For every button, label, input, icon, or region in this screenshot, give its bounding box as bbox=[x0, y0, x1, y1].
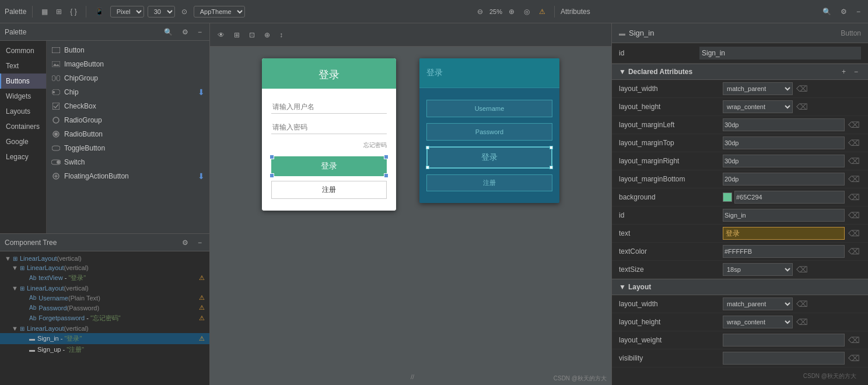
category-text[interactable]: Text bbox=[0, 58, 46, 74]
component-tree-title: Component Tree bbox=[5, 239, 57, 247]
tree-item-et3[interactable]: ▶ Ab Forgetpassword - "忘记密码" ⚠ bbox=[0, 313, 209, 324]
phone-register-btn[interactable]: 注册 bbox=[271, 181, 387, 199]
category-common[interactable]: Common bbox=[0, 43, 46, 58]
toolbar-zoom-out[interactable]: ⊖ bbox=[474, 6, 486, 18]
attr-lh2-dropdown[interactable]: wrap_content bbox=[723, 316, 793, 328]
attr-visibility-reset[interactable]: ⌫ bbox=[847, 354, 861, 363]
attr-mr-input[interactable] bbox=[723, 155, 845, 167]
tree-icon-ll3: ⊞ bbox=[20, 285, 24, 292]
toolbar-warning[interactable]: ⚠ bbox=[536, 6, 548, 18]
toolbar-code-view[interactable]: { } bbox=[67, 6, 79, 18]
attr-lw-dropdown[interactable]: match_parent bbox=[723, 82, 793, 95]
tree-settings-btn[interactable]: ⚙ bbox=[179, 237, 191, 249]
palette-item-radiogroup[interactable]: RadioGroup bbox=[47, 113, 209, 127]
phone-username-input[interactable] bbox=[271, 100, 387, 114]
design-eye-btn[interactable]: 👁 bbox=[215, 29, 228, 41]
attr-add-btn[interactable]: + bbox=[839, 66, 849, 78]
palette-search-btn[interactable]: 🔍 bbox=[161, 26, 176, 38]
palette-item-imagebutton[interactable]: ImageButton bbox=[47, 57, 209, 71]
palette-item-chipgroup[interactable]: ChipGroup bbox=[47, 71, 209, 85]
attr-id-field[interactable] bbox=[723, 209, 845, 222]
toolbar-design-view[interactable]: ▦ bbox=[38, 6, 51, 18]
theme-select[interactable]: AppTheme bbox=[194, 6, 245, 18]
tree-item-btn2[interactable]: ▶ ▬ Sign_up - "注册" bbox=[0, 344, 209, 355]
bg-color-swatch[interactable] bbox=[723, 192, 732, 202]
attr-name-bg: background bbox=[619, 193, 718, 201]
toolbar-split-view[interactable]: ⊞ bbox=[53, 6, 65, 18]
attr-lweight-reset[interactable]: ⌫ bbox=[847, 335, 861, 345]
tree-item-et1[interactable]: ▶ Ab Username(Plain Text) ⚠ bbox=[0, 293, 209, 303]
attr-lh2-reset[interactable]: ⌫ bbox=[795, 317, 809, 327]
category-google[interactable]: Google bbox=[0, 134, 46, 149]
palette-item-button[interactable]: Button bbox=[47, 43, 209, 57]
attr-visibility-input[interactable] bbox=[723, 352, 845, 365]
device-select[interactable]: Pixel bbox=[110, 6, 144, 18]
attr-minus-btn[interactable]: − bbox=[853, 6, 863, 18]
palette-item-radiobutton[interactable]: RadioButton bbox=[47, 127, 209, 141]
category-containers[interactable]: Containers bbox=[0, 119, 46, 134]
tree-item-tv1[interactable]: ▶ Ab textView - "登录" ⚠ bbox=[0, 272, 209, 284]
toolbar-zoom-in[interactable]: ⊕ bbox=[506, 6, 517, 18]
attr-id-field-reset[interactable]: ⌫ bbox=[847, 211, 861, 220]
category-layouts[interactable]: Layouts bbox=[0, 104, 46, 119]
attr-bg-input[interactable] bbox=[734, 191, 845, 204]
attr-settings-btn[interactable]: ⚙ bbox=[838, 6, 850, 18]
palette-item-switch[interactable]: Switch bbox=[47, 155, 209, 169]
design-snap-btn[interactable]: ⊕ bbox=[261, 29, 273, 41]
attr-mr-reset[interactable]: ⌫ bbox=[847, 156, 861, 166]
attr-textcolor-input[interactable] bbox=[723, 245, 845, 258]
attr-mb-reset[interactable]: ⌫ bbox=[847, 174, 861, 184]
category-legacy[interactable]: Legacy bbox=[0, 149, 46, 164]
attr-lh-reset[interactable]: ⌫ bbox=[795, 102, 809, 111]
phone-password-input[interactable] bbox=[271, 121, 387, 134]
attr-lw2-dropdown[interactable]: match_parent bbox=[723, 298, 793, 310]
design-constraint-btn[interactable]: ⊡ bbox=[246, 29, 258, 41]
attr-lweight-input[interactable] bbox=[723, 334, 845, 346]
palette-item-togglebutton[interactable]: ToggleButton bbox=[47, 141, 209, 155]
tree-item-et2[interactable]: ▶ Ab Password(Password) ⚠ bbox=[0, 303, 209, 313]
category-buttons[interactable]: Buttons bbox=[0, 74, 46, 89]
attr-mb-input[interactable] bbox=[723, 173, 845, 186]
palette-item-checkbox[interactable]: CheckBox bbox=[47, 99, 209, 113]
palette-item-chip[interactable]: Chip ⬇ bbox=[47, 85, 209, 99]
design-grid-btn[interactable]: ⊞ bbox=[231, 29, 243, 41]
toolbar-eye[interactable]: ⊙ bbox=[178, 6, 190, 18]
attr-textsize-dropdown[interactable]: 18sp bbox=[723, 263, 793, 276]
api-select[interactable]: 30 bbox=[148, 6, 175, 18]
attr-textcolor-reset[interactable]: ⌫ bbox=[847, 247, 861, 256]
palette-settings-btn[interactable]: ⚙ bbox=[179, 26, 191, 38]
tree-label-ll2: LinearLayout(vertical) bbox=[27, 264, 205, 271]
attr-textsize-reset[interactable]: ⌫ bbox=[795, 265, 809, 274]
phone-login-btn[interactable]: 登录 bbox=[271, 156, 387, 176]
tree-item-ll4[interactable]: ▼ ⊞ LinearLayout(vertical) bbox=[0, 324, 209, 333]
category-widgets[interactable]: Widgets bbox=[0, 89, 46, 104]
attr-text-input[interactable] bbox=[723, 227, 845, 240]
tree-minus-btn[interactable]: − bbox=[195, 237, 205, 249]
design-arrow-btn[interactable]: ↕ bbox=[276, 29, 286, 41]
attr-text-reset[interactable]: ⌫ bbox=[847, 229, 861, 238]
attr-ml-input[interactable] bbox=[723, 118, 845, 131]
toolbar-device-frame[interactable]: ◎ bbox=[521, 6, 533, 18]
attr-lw-reset[interactable]: ⌫ bbox=[795, 84, 809, 93]
attr-row-margin-right: layout_marginRight ⌫ bbox=[612, 152, 868, 170]
attr-search-btn[interactable]: 🔍 bbox=[820, 6, 834, 18]
palette-minus-btn[interactable]: − bbox=[195, 26, 205, 38]
attr-value-area-mb: ⌫ bbox=[723, 173, 861, 186]
attr-ml-reset[interactable]: ⌫ bbox=[847, 120, 861, 130]
tree-item-ll3[interactable]: ▼ ⊞ LinearLayout(vertical) bbox=[0, 284, 209, 293]
attr-remove-btn[interactable]: − bbox=[851, 66, 861, 78]
tree-item-ll2[interactable]: ▼ ⊞ LinearLayout(vertical) bbox=[0, 263, 209, 272]
tree-warn-et3: ⚠ bbox=[199, 314, 205, 322]
csdn-watermark: CSDN @秋天的方大 bbox=[554, 374, 607, 383]
tree-item-ll1[interactable]: ▼ ⊞ LinearLayout(vertical) bbox=[0, 254, 209, 263]
attr-bg-reset[interactable]: ⌫ bbox=[847, 192, 861, 202]
attr-lw2-reset[interactable]: ⌫ bbox=[795, 299, 809, 309]
toolbar-orient[interactable]: 📱 bbox=[92, 6, 107, 18]
attr-id-input[interactable] bbox=[699, 47, 861, 60]
attr-widget-name-label: Sign_in bbox=[629, 29, 654, 37]
attr-mt-reset[interactable]: ⌫ bbox=[847, 138, 861, 148]
attr-lh-dropdown[interactable]: wrap_content bbox=[723, 100, 793, 113]
tree-item-btn1[interactable]: ▶ ▬ Sign_in - "登录" ⚠ bbox=[0, 333, 209, 344]
attr-mt-input[interactable] bbox=[723, 136, 845, 149]
palette-item-fab[interactable]: FloatingActionButton ⬇ bbox=[47, 169, 209, 183]
